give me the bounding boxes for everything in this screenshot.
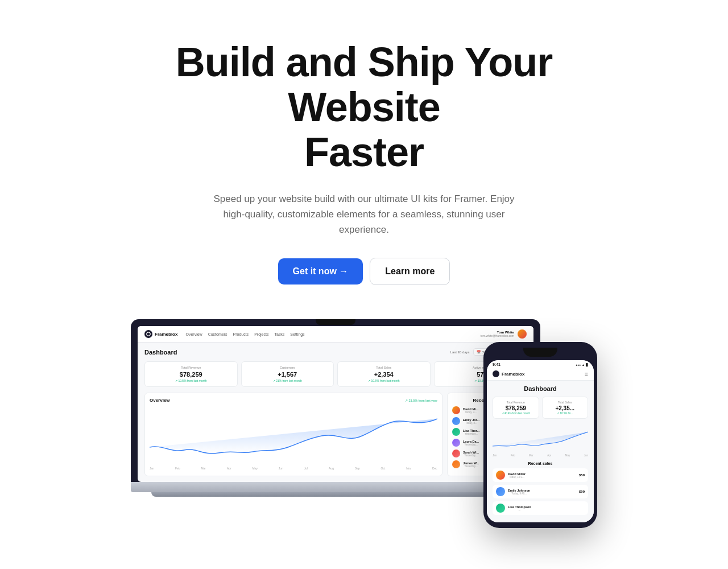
recent-avatar-4 xyxy=(452,450,460,457)
nav-overview[interactable]: Overview xyxy=(185,332,202,336)
stat-revenue-label: Total Revenue xyxy=(150,366,233,369)
recent-avatar-2 xyxy=(452,428,460,436)
chart-header: Overview ↗ 23.5% from last year xyxy=(150,398,437,403)
phone-recent-info-2: Lisa Thompson ... xyxy=(508,505,531,512)
phone-stats: Total Revenue $78,259 ↗ 40.4% from last … xyxy=(493,397,588,419)
user-avatar xyxy=(518,329,527,339)
stat-revenue-value: $78,259 xyxy=(150,371,233,378)
hero-subtitle: Speed up your website build with our ult… xyxy=(205,191,523,238)
hero-section: Build and Ship Your Website Faster Speed… xyxy=(0,0,728,569)
dashboard-ui: Frameblox Overview Customers Products Pr… xyxy=(138,326,533,482)
stat-sales-label: Total Sales xyxy=(342,366,425,369)
recent-info-3: Laura Da... Yesterday... xyxy=(463,440,479,446)
recent-info-2: Lisa Thor... Yesterday... xyxy=(463,429,479,435)
recent-avatar-5 xyxy=(452,460,460,468)
phone-recent-avatar-1 xyxy=(496,487,505,496)
user-email: tom.white@frameblox.com xyxy=(481,334,514,337)
phone-stat-revenue-change: ↗ 40.4% from last month xyxy=(497,412,535,415)
phone-stat-revenue-label: Total Revenue xyxy=(497,401,535,404)
chart-title: Overview xyxy=(150,398,170,403)
stat-sales-value: +2,354 xyxy=(342,371,425,378)
phone-mockup: 9:41 ●●● ▲ ▉ Frameblox ≡ xyxy=(483,342,597,528)
phone-status-icons: ●●● ▲ ▉ xyxy=(576,363,588,366)
dash-logo: Frameblox xyxy=(144,330,177,338)
phone-dash-title: Dashboard xyxy=(493,385,588,392)
nav-tasks[interactable]: Tasks xyxy=(274,332,284,336)
laptop-mockup: Frameblox Overview Customers Products Pr… xyxy=(131,319,540,497)
filter-period: Last 30 days xyxy=(450,351,470,354)
stat-sales: Total Sales +2,354 ↗ 10.5% from last mon… xyxy=(337,361,431,387)
stat-sales-change: ↗ 10.5% from last month xyxy=(342,379,425,382)
phone-recent-info-1: Emily Johnson Today, 9:49... xyxy=(508,489,530,495)
phone-logo-icon xyxy=(493,370,499,377)
phone-logo: Frameblox xyxy=(493,370,524,377)
dash-content: Dashboard Last 30 days 📅 Select dates ⚙ xyxy=(138,343,533,482)
recent-avatar-0 xyxy=(452,406,460,414)
hero-title: Build and Ship Your Website Faster xyxy=(148,40,580,175)
phone-stat-sales-label: Total Sales xyxy=(546,401,585,404)
laptop-base xyxy=(131,482,540,492)
stat-customers-label: Customers xyxy=(246,366,329,369)
phone-recent-item-0: David Miller Today, 10:3... $59 xyxy=(493,468,588,482)
phone-time: 9:41 xyxy=(493,362,500,366)
phone-recent-item-1: Emily Johnson Today, 9:49... $99 xyxy=(493,485,588,498)
phone-navbar: Frameblox ≡ xyxy=(487,368,594,381)
dash-user: Tom White tom.white@frameblox.com xyxy=(481,329,527,339)
wifi-icon: ▲ xyxy=(582,363,585,366)
laptop-notch xyxy=(316,319,355,325)
cta-group: Get it now → Learn more xyxy=(278,258,450,285)
phone-recent-left-1: Emily Johnson Today, 9:49... xyxy=(496,487,530,496)
dash-nav-items: Overview Customers Products Projects Tas… xyxy=(185,332,472,336)
dash-bottom: Overview ↗ 23.5% from last year xyxy=(144,393,527,476)
chart-change: ↗ 23.5% from last year xyxy=(405,399,437,402)
devices-mockup: Frameblox Overview Customers Products Pr… xyxy=(131,319,597,569)
chart-axis: Jan Feb Mar Apr May Jun Jul Aug Sep xyxy=(150,467,437,470)
stat-revenue-change: ↗ 10.5% from last month xyxy=(150,379,233,382)
stat-customers: Customers +1,567 ↗ 21% from last month xyxy=(241,361,334,387)
phone-stat-sales-value: +2,35... xyxy=(546,405,585,411)
phone-recent-left-0: David Miller Today, 10:3... xyxy=(496,471,526,480)
signal-icon: ●●● xyxy=(576,363,581,366)
svg-point-0 xyxy=(147,332,150,336)
recent-info-4: Sarah Wi... Yesterday... xyxy=(463,451,479,457)
phone-recent-avatar-0 xyxy=(496,471,505,480)
phone-stat-sales-change: ↗ 10.5% fm... xyxy=(546,412,585,415)
dash-stats: Total Revenue $78,259 ↗ 10.5% from last … xyxy=(144,361,527,387)
phone-recent-item-2: Lisa Thompson ... xyxy=(493,501,588,515)
nav-products[interactable]: Products xyxy=(233,332,249,336)
phone-notch xyxy=(523,348,557,357)
nav-projects[interactable]: Projects xyxy=(254,332,268,336)
laptop-screen-outer: Frameblox Overview Customers Products Pr… xyxy=(131,319,540,482)
phone-screen: 9:41 ●●● ▲ ▉ Frameblox ≡ xyxy=(487,360,594,522)
stat-customers-change: ↗ 21% from last month xyxy=(246,379,329,382)
phone-outer: 9:41 ●●● ▲ ▉ Frameblox ≡ xyxy=(483,342,597,528)
stat-revenue: Total Revenue $78,259 ↗ 10.5% from last … xyxy=(144,361,238,387)
phone-stat-revenue-value: $78,259 xyxy=(497,405,535,411)
phone-status-bar: 9:41 ●●● ▲ ▉ xyxy=(487,360,594,368)
phone-content: Dashboard Total Revenue $78,259 ↗ 40.4% … xyxy=(487,381,594,522)
nav-settings[interactable]: Settings xyxy=(290,332,304,336)
dash-header: Dashboard Last 30 days 📅 Select dates ⚙ xyxy=(144,348,527,356)
recent-avatar-1 xyxy=(452,417,460,425)
dash-logo-icon xyxy=(144,330,152,338)
recent-avatar-3 xyxy=(452,439,460,447)
phone-logo-text: Frameblox xyxy=(502,372,524,377)
laptop-screen-inner: Frameblox Overview Customers Products Pr… xyxy=(138,326,533,482)
chart-card: Overview ↗ 23.5% from last year xyxy=(144,393,442,476)
chart-area xyxy=(150,407,437,464)
phone-recent-title: Recent sales xyxy=(493,461,588,465)
learn-more-button[interactable]: Learn more xyxy=(370,258,450,285)
phone-stat-sales: Total Sales +2,35... ↗ 10.5% fm... xyxy=(542,397,589,419)
phone-recent-avatar-2 xyxy=(496,504,505,513)
recent-info-5: James W... Yesterday... xyxy=(463,461,479,468)
phone-chart-area xyxy=(493,423,588,452)
phone-stat-revenue: Total Revenue $78,259 ↗ 40.4% from last … xyxy=(493,397,539,419)
dash-title: Dashboard xyxy=(144,349,177,356)
stat-customers-value: +1,567 xyxy=(246,371,329,378)
dash-logo-text: Frameblox xyxy=(155,332,177,337)
get-now-button[interactable]: Get it now → xyxy=(278,258,363,284)
hamburger-icon[interactable]: ≡ xyxy=(585,371,588,377)
battery-icon: ▉ xyxy=(586,363,588,366)
phone-recent-info-0: David Miller Today, 10:3... xyxy=(508,472,526,479)
nav-customers[interactable]: Customers xyxy=(208,332,228,336)
